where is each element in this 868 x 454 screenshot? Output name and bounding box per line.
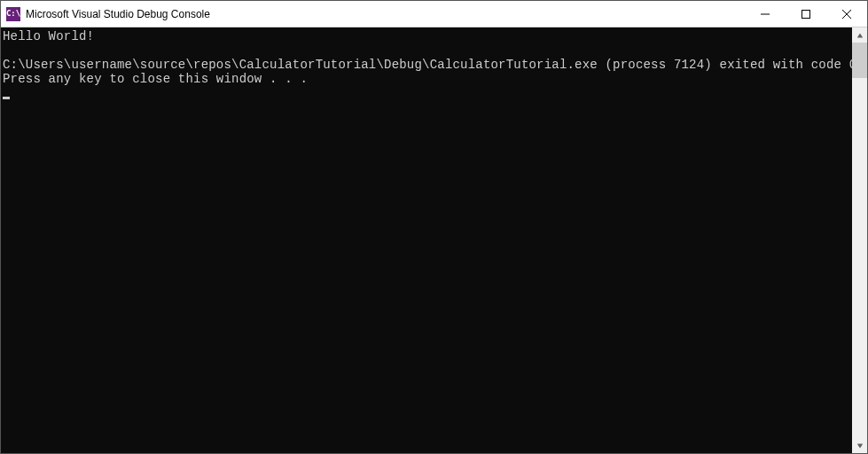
- cursor: [3, 97, 10, 99]
- app-icon-text: C:\: [6, 10, 20, 18]
- minimize-button[interactable]: [745, 1, 786, 27]
- window-controls: [745, 1, 867, 27]
- scrollbar-thumb[interactable]: [852, 43, 867, 78]
- console-output[interactable]: Hello World! C:\Users\username\source\re…: [1, 27, 852, 453]
- console-area: Hello World! C:\Users\username\source\re…: [1, 27, 867, 453]
- scroll-up-button[interactable]: [852, 27, 867, 43]
- console-line: Press any key to close this window . . .: [3, 72, 308, 86]
- svg-marker-4: [856, 33, 862, 37]
- scroll-down-button[interactable]: [852, 438, 867, 453]
- chevron-up-icon: [856, 32, 864, 39]
- vertical-scrollbar[interactable]: [852, 27, 867, 453]
- close-icon: [842, 10, 851, 19]
- console-line: C:\Users\username\source\repos\Calculato…: [3, 58, 852, 72]
- svg-rect-1: [802, 10, 810, 18]
- close-button[interactable]: [826, 1, 867, 27]
- chevron-down-icon: [856, 442, 864, 450]
- scrollbar-track[interactable]: [852, 43, 867, 438]
- window-title: Microsoft Visual Studio Debug Console: [26, 8, 210, 20]
- maximize-button[interactable]: [786, 1, 826, 27]
- titlebar: C:\ Microsoft Visual Studio Debug Consol…: [1, 1, 867, 27]
- minimize-icon: [761, 10, 770, 19]
- svg-marker-5: [856, 443, 862, 448]
- app-icon: C:\: [6, 7, 20, 21]
- console-line: Hello World!: [3, 29, 94, 43]
- maximize-icon: [802, 10, 810, 19]
